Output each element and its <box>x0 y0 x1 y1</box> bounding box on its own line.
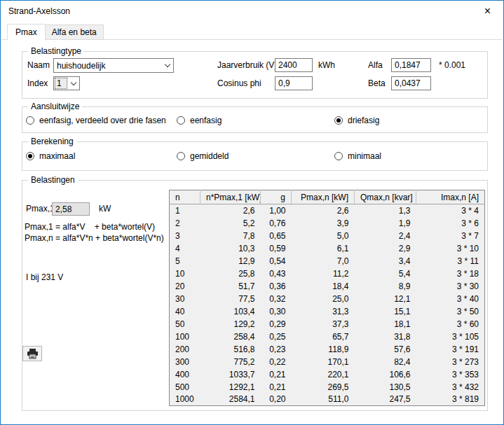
table-cell: 0,43 <box>261 267 292 280</box>
table-cell: 200 <box>170 343 200 356</box>
column-header: n <box>170 190 200 204</box>
table-row[interactable]: 40103,40,3031,315,13 * 50 <box>170 305 485 318</box>
chevron-down-icon[interactable] <box>68 77 79 90</box>
table-cell: 1 <box>170 204 200 217</box>
table-cell: 3 * 273 <box>416 356 485 368</box>
table-row[interactable]: 100258,40,2565,731,83 * 105 <box>170 330 485 343</box>
beta-input[interactable]: 0,0437 <box>391 76 431 90</box>
table-cell: 0,23 <box>261 343 292 356</box>
table-cell: 3 * 30 <box>416 280 485 293</box>
table-cell: 2,6 <box>292 204 355 217</box>
tab-pmax[interactable]: Pmax <box>7 24 46 41</box>
table-cell: 10,3 <box>200 242 261 255</box>
table-cell: 3,9 <box>292 217 355 230</box>
load-table[interactable]: nn*Pmax,1 [kW]gPmax,n [kW]Qmax,n [kvar]I… <box>169 190 485 406</box>
table-cell: 12,1 <box>355 293 416 305</box>
naam-dropdown[interactable]: huishoudelijk <box>53 58 174 73</box>
close-icon[interactable]: × <box>472 1 503 21</box>
table-cell: 20 <box>170 280 200 293</box>
group-belastingen-legend: Belastingen <box>28 175 78 186</box>
table-row[interactable]: 25,20,763,91,93 * 6 <box>170 217 485 230</box>
table-row[interactable]: 12,61,002,61,33 * 4 <box>170 204 485 217</box>
radio-minimaal[interactable] <box>334 152 343 160</box>
pmax1-value: 2,58 <box>52 202 90 216</box>
radio-eenfasig[interactable] <box>177 116 185 125</box>
table-row[interactable]: 4001033,70,21220,1106,63 * 353 <box>170 368 485 381</box>
table-cell: 130,5 <box>355 381 416 393</box>
table-row[interactable]: 50129,20,2937,318,13 * 60 <box>170 318 485 330</box>
table-row[interactable]: 512,90,547,03,43 * 11 <box>170 255 485 267</box>
table-cell: 500 <box>170 381 200 393</box>
alfa-input[interactable]: 0,1847 <box>391 58 431 72</box>
table-cell: 37,3 <box>292 318 355 330</box>
table-cell: 25,0 <box>292 293 355 305</box>
table-row[interactable]: 5001292,10,21269,5130,53 * 432 <box>170 381 485 393</box>
table-row[interactable]: 3077,50,3225,012,13 * 40 <box>170 293 485 305</box>
table-cell: 3 * 432 <box>416 381 485 393</box>
table-row[interactable]: 200516,80,23118,957,63 * 191 <box>170 343 485 356</box>
radio-eenfasig-verdeeld[interactable] <box>26 116 34 125</box>
table-cell: 65,7 <box>292 330 355 343</box>
table-cell: 30 <box>170 293 200 305</box>
table-cell: 2 <box>170 217 200 230</box>
table-cell: 775,2 <box>200 356 261 368</box>
radio-eenfasig-label[interactable]: eenfasig <box>190 113 222 127</box>
table-row[interactable]: 410,30,596,12,93 * 10 <box>170 242 485 255</box>
group-aansluitwijze-legend: Aansluitwijze <box>28 102 82 112</box>
table-cell: 170,1 <box>292 356 355 368</box>
column-header: Qmax,n [kvar] <box>355 190 416 204</box>
table-cell: 1,00 <box>261 204 292 217</box>
table-row[interactable]: 300775,20,22170,182,43 * 273 <box>170 356 485 368</box>
table-cell: 3 * 60 <box>416 318 485 330</box>
table-cell: 0,36 <box>261 280 292 293</box>
jaarverbruik-unit: kWh <box>318 58 335 73</box>
table-cell: 0,21 <box>261 368 292 381</box>
radio-gemiddeld[interactable] <box>177 152 185 160</box>
titlebar[interactable]: Strand-Axelsson × <box>1 1 503 22</box>
table-row[interactable]: 10002584,10,20511,0247,53 * 819 <box>170 393 485 406</box>
table-cell: 0,30 <box>261 305 292 318</box>
pmax1-unit: kW <box>99 202 111 216</box>
printer-icon <box>27 349 39 359</box>
radio-minimaal-label[interactable]: minimaal <box>348 149 381 163</box>
radio-driefasig-label[interactable]: driefasig <box>348 113 379 127</box>
radio-maximaal-label[interactable]: maximaal <box>39 149 75 163</box>
radio-driefasig[interactable] <box>334 116 343 125</box>
table-cell: 220,1 <box>292 368 355 381</box>
table-cell: 2584,1 <box>200 393 261 406</box>
table-cell: 400 <box>170 368 200 381</box>
index-dropdown[interactable]: 1 <box>53 76 80 90</box>
chevron-down-icon[interactable] <box>162 59 173 72</box>
table-cell: 77,5 <box>200 293 261 305</box>
table-cell: 1000 <box>170 393 200 406</box>
tab-bar: Pmax Alfa en beta <box>7 24 103 40</box>
table-cell: 129,2 <box>200 318 261 330</box>
index-dropdown-value: 1 <box>54 77 68 90</box>
radio-gemiddeld-label[interactable]: gemiddeld <box>190 149 229 163</box>
table-cell: 3 <box>170 230 200 242</box>
radio-eenfasig-verdeeld-label[interactable]: eenfasig, verdeeld over drie fasen <box>39 113 166 127</box>
table-cell: 3 * 353 <box>416 368 485 381</box>
table-cell: 300 <box>170 356 200 368</box>
table-cell: 7,8 <box>200 230 261 242</box>
table-cell: 11,2 <box>292 267 355 280</box>
table-row[interactable]: 37,80,655,02,43 * 7 <box>170 230 485 242</box>
table-cell: 82,4 <box>355 356 416 368</box>
table-cell: 0,54 <box>261 255 292 267</box>
column-header: Imax,n [A] <box>416 190 485 204</box>
radio-maximaal[interactable] <box>26 152 34 160</box>
table-row[interactable]: 2051,70,3618,48,93 * 30 <box>170 280 485 293</box>
table-row[interactable]: 1025,80,4311,25,43 * 18 <box>170 267 485 280</box>
print-button[interactable] <box>22 346 42 361</box>
jaarverbruik-input[interactable]: 2400 <box>275 58 313 72</box>
cosinus-input[interactable]: 0,9 <box>275 76 313 90</box>
table-cell: 247,5 <box>355 393 416 406</box>
cosinus-label: Cosinus phi <box>217 76 261 90</box>
table-cell: 0,20 <box>261 393 292 406</box>
table-cell: 3 * 50 <box>416 305 485 318</box>
tab-alfa-en-beta[interactable]: Alfa en beta <box>45 25 104 40</box>
table-cell: 3 * 18 <box>416 267 485 280</box>
table-cell: 0,21 <box>261 381 292 393</box>
table-cell: 31,3 <box>292 305 355 318</box>
beta-label: Beta <box>368 76 386 90</box>
